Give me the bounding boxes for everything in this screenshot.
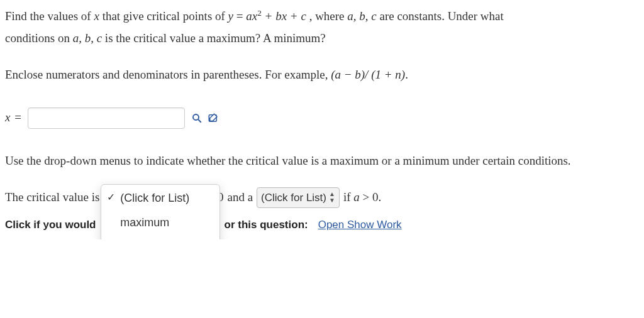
footer-row: Click if you would or this question: Ope… bbox=[5, 216, 638, 233]
dropdown-1-menu: (Click for List) maximum minimum bbox=[101, 184, 220, 239]
dropdown-option-maximum[interactable]: maximum bbox=[101, 211, 219, 235]
open-show-work-link[interactable]: Open Show Work bbox=[318, 216, 402, 233]
x-value-input[interactable] bbox=[28, 107, 185, 129]
dropdown-option-placeholder[interactable]: (Click for List) bbox=[101, 186, 219, 211]
equals: = bbox=[233, 9, 246, 23]
footer-left-text: Click if you would bbox=[5, 216, 96, 233]
paren-instruction: Enclose numerators and denominators in p… bbox=[5, 65, 638, 84]
dropdown-option-minimum[interactable]: minimum bbox=[101, 234, 219, 239]
exponent-2: 2 bbox=[257, 8, 262, 18]
gt-zero: > 0 bbox=[360, 190, 379, 204]
var-x: x bbox=[5, 111, 11, 124]
text: Find the values of bbox=[5, 9, 94, 23]
var-x: x bbox=[94, 9, 99, 23]
text: are constants. Under what bbox=[377, 9, 504, 23]
text: . bbox=[405, 68, 408, 81]
question-text-line2: conditions on a, b, c is the critical va… bbox=[5, 29, 638, 48]
var-y: y bbox=[228, 9, 233, 23]
term-ax: ax bbox=[246, 9, 257, 23]
vars-abc: a, b, c bbox=[347, 9, 376, 23]
term-rest: + bx + c bbox=[262, 9, 309, 23]
dropdown-1-container: (Click for List) maximum minimum (Click … bbox=[103, 187, 180, 209]
input-label: x = bbox=[5, 108, 21, 127]
text: that give critical points of bbox=[99, 9, 228, 23]
dropdown-2[interactable]: (Click for List) ▲▼ bbox=[257, 187, 340, 208]
answer-input-row: x = bbox=[5, 107, 638, 129]
cond2: if a > 0. bbox=[343, 188, 381, 207]
edit-icon[interactable] bbox=[208, 112, 219, 124]
equals: = bbox=[11, 111, 21, 124]
chevron-updown-icon: ▲▼ bbox=[329, 191, 335, 204]
text-if: if bbox=[343, 190, 353, 204]
text-and-a: and a bbox=[227, 188, 253, 207]
period: . bbox=[379, 190, 382, 204]
example-expr: (a − b)/ (1 + n) bbox=[331, 68, 405, 81]
svg-line-1 bbox=[198, 119, 201, 123]
text: Enclose numerators and denominators in p… bbox=[5, 68, 331, 81]
text: conditions on bbox=[5, 31, 73, 45]
text: is the critical value a maximum? A minim… bbox=[102, 31, 326, 45]
text: The critical value is bbox=[5, 188, 99, 207]
var-a: a bbox=[353, 190, 360, 204]
vars-abc: a, b, c bbox=[73, 31, 102, 45]
dropdown-2-label: (Click for List) bbox=[261, 189, 326, 206]
search-icon[interactable] bbox=[191, 112, 203, 124]
answer-sentence: The critical value is (Click for List) m… bbox=[5, 187, 638, 209]
text: , where bbox=[309, 9, 348, 23]
question-text-line1: Find the values of x that give critical … bbox=[5, 6, 638, 26]
dropdown-instruction: Use the drop-down menus to indicate whet… bbox=[5, 151, 638, 170]
svg-point-0 bbox=[193, 114, 199, 120]
footer-right-text: or this question: bbox=[225, 216, 308, 233]
